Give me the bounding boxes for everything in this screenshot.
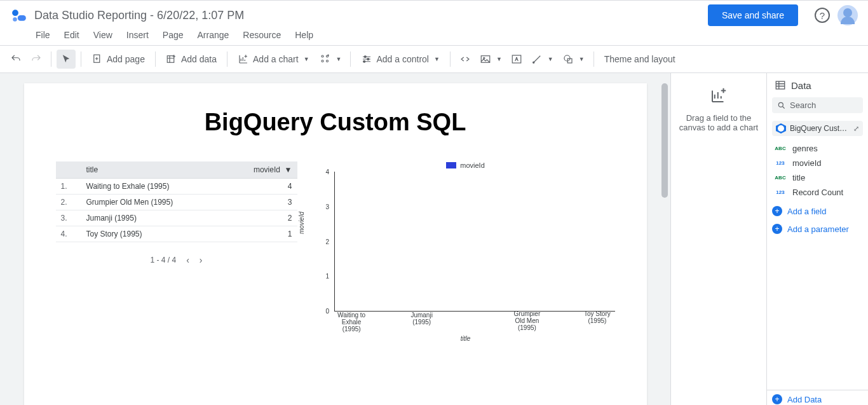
- svg-point-19: [778, 102, 783, 107]
- add-chart-button[interactable]: Add a chart▼: [233, 50, 315, 69]
- menu-arrange[interactable]: Arrange: [198, 30, 229, 40]
- field-item[interactable]: 123movieId: [772, 156, 863, 170]
- chart-drop-panel[interactable]: Drag a field to the canvas to add a char…: [671, 73, 766, 405]
- add-control-button[interactable]: Add a control▼: [356, 50, 444, 69]
- field-item[interactable]: ABCgenres: [772, 141, 863, 156]
- select-tool[interactable]: [57, 50, 76, 69]
- add-data-button[interactable]: Add data: [161, 50, 222, 69]
- drop-hint-text: Drag a field to the canvas to add a char…: [677, 113, 760, 132]
- svg-point-7: [322, 60, 323, 62]
- text-button[interactable]: [507, 50, 526, 69]
- chart-ylabel: movieId: [297, 212, 304, 234]
- app-logo-icon[interactable]: [10, 6, 28, 24]
- svg-rect-1: [18, 15, 26, 21]
- table-chart[interactable]: title movieId ▼ 1.Waiting to Exhale (199…: [56, 161, 297, 340]
- menu-help[interactable]: Help: [295, 30, 313, 40]
- svg-point-11: [363, 60, 365, 62]
- menu-file[interactable]: File: [36, 30, 50, 40]
- svg-point-10: [367, 58, 369, 60]
- account-avatar[interactable]: [837, 5, 858, 25]
- menu-edit[interactable]: Edit: [64, 30, 79, 40]
- line-button[interactable]: ▼: [527, 50, 557, 69]
- chart-xlabel: title: [316, 335, 615, 342]
- add-page-button[interactable]: Add page: [86, 50, 150, 69]
- svg-rect-18: [776, 81, 785, 89]
- add-chart-icon: [677, 86, 760, 109]
- menubar: File Edit View Insert Page Arrange Resou…: [0, 26, 868, 45]
- table-row[interactable]: 1.Waiting to Exhale (1995)4: [56, 179, 297, 195]
- save-share-button[interactable]: Save and share: [708, 4, 798, 26]
- report-canvas[interactable]: BigQuery Custom SQL title movieId ▼ 1.Wa…: [24, 83, 647, 405]
- menu-resource[interactable]: Resource: [243, 30, 281, 40]
- chart-xtick: Toy Story (1995): [580, 310, 614, 333]
- table-row[interactable]: 2.Grumpier Old Men (1995)3: [56, 195, 297, 210]
- datasource-chip[interactable]: BigQuery Custom … ⤢: [772, 121, 863, 136]
- chart-ytick: 2: [326, 238, 330, 245]
- table-row[interactable]: 3.Jumanji (1995)2: [56, 210, 297, 226]
- svg-rect-4: [167, 56, 174, 63]
- svg-point-5: [322, 55, 323, 57]
- table-pager: 1 - 4 / 4 ‹ ›: [56, 255, 297, 265]
- chart-ytick: 4: [326, 168, 330, 175]
- add-parameter-link[interactable]: +Add a parameter: [767, 220, 868, 238]
- document-title[interactable]: Data Studio Reporting - 6/20/22, 1:07 PM: [34, 9, 244, 22]
- url-embed-button[interactable]: [456, 50, 475, 69]
- canvas-scrollbar[interactable]: [661, 83, 668, 398]
- redo-button[interactable]: [27, 50, 46, 69]
- table-col-movieid[interactable]: movieId ▼: [247, 161, 297, 179]
- chart-xtick: [475, 310, 510, 333]
- svg-point-15: [532, 62, 534, 63]
- datasource-expand-icon[interactable]: ⤢: [853, 125, 859, 133]
- community-viz-button[interactable]: ▼: [316, 50, 346, 69]
- svg-point-16: [564, 55, 570, 61]
- shape-button[interactable]: ▼: [559, 50, 588, 69]
- chart-xtick: [369, 312, 404, 333]
- chart-legend: movieId: [316, 161, 615, 169]
- menu-page[interactable]: Page: [163, 30, 184, 40]
- pager-text: 1 - 4 / 4: [150, 256, 176, 264]
- help-icon[interactable]: ?: [815, 8, 830, 23]
- image-button[interactable]: ▼: [476, 50, 506, 69]
- svg-point-8: [326, 60, 328, 62]
- canvas-area[interactable]: BigQuery Custom SQL title movieId ▼ 1.Wa…: [0, 73, 670, 405]
- svg-rect-0: [12, 10, 18, 16]
- svg-point-9: [365, 56, 367, 58]
- theme-layout-button[interactable]: Theme and layout: [599, 50, 681, 68]
- field-search-input[interactable]: Search: [772, 97, 863, 113]
- pager-next-icon[interactable]: ›: [200, 255, 203, 265]
- chart-xtick: Waiting to Exhale (1995): [334, 312, 369, 333]
- chart-xtick: [439, 312, 474, 333]
- add-data-link[interactable]: +Add Data: [767, 390, 868, 405]
- chart-xtick: Grumpier Old Men (1995): [510, 310, 545, 333]
- toolbar: Add page Add data Add a chart▼ ▼ Add a c…: [0, 45, 868, 73]
- menu-view[interactable]: View: [93, 30, 112, 40]
- chart-xtick: [545, 310, 580, 333]
- svg-point-2: [13, 17, 17, 22]
- chart-xtick: Jumanji (1995): [404, 312, 439, 333]
- add-field-link[interactable]: +Add a field: [767, 202, 868, 220]
- table-col-index: [56, 161, 81, 179]
- search-icon: [777, 101, 786, 110]
- table-row[interactable]: 4.Toy Story (1995)1: [56, 226, 297, 242]
- data-panel: Data Search BigQuery Custom … ⤢ ABCgenre…: [766, 73, 868, 405]
- undo-button[interactable]: [6, 50, 25, 69]
- pager-prev-icon[interactable]: ‹: [186, 255, 189, 265]
- bar-chart[interactable]: movieId movieId 01234 Waiting to Exhale …: [316, 161, 615, 340]
- chart-ytick: 0: [326, 308, 330, 315]
- menu-insert[interactable]: Insert: [126, 30, 149, 40]
- report-title: BigQuery Custom SQL: [56, 109, 615, 136]
- chart-ytick: 1: [326, 273, 330, 280]
- table-col-title[interactable]: title: [81, 161, 247, 179]
- field-item[interactable]: 123Record Count: [772, 185, 863, 200]
- bigquery-icon: [776, 123, 786, 134]
- svg-rect-14: [512, 55, 521, 63]
- data-panel-header: Data: [767, 73, 868, 97]
- chart-ytick: 3: [326, 203, 330, 210]
- field-item[interactable]: ABCtitle: [772, 170, 863, 185]
